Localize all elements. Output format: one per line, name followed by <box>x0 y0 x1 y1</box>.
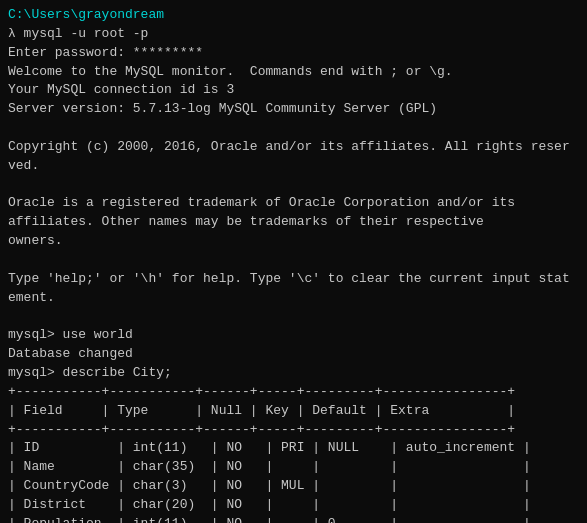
password-line: Enter password: ********* <box>8 44 579 63</box>
welcome-line: Welcome to the MySQL monitor. Commands e… <box>8 63 579 82</box>
table-separator-top: +-----------+-----------+------+-----+--… <box>8 383 579 402</box>
version-line: Server version: 5.7.13-log MySQL Communi… <box>8 100 579 119</box>
table-row-name: | Name | char(35) | NO | | | | <box>8 458 579 477</box>
oracle2-line: affiliates. Other names may be trademark… <box>8 213 579 232</box>
blank2 <box>8 176 579 195</box>
use-world-line: mysql> use world <box>8 326 579 345</box>
oracle1-line: Oracle is a registered trademark of Orac… <box>8 194 579 213</box>
blank1 <box>8 119 579 138</box>
help1-line: Type 'help;' or '\h' for help. Type '\c'… <box>8 270 579 289</box>
table-row-population: | Population | int(11) | NO | | 0 | | <box>8 515 579 523</box>
mysql-command: λ mysql -u root -p <box>8 25 579 44</box>
terminal: C:\Users\grayondream λ mysql -u root -p … <box>0 0 587 523</box>
table-header: | Field | Type | Null | Key | Default | … <box>8 402 579 421</box>
table-separator-header: +-----------+-----------+------+-----+--… <box>8 421 579 440</box>
describe-line: mysql> describe City; <box>8 364 579 383</box>
table-row-district: | District | char(20) | NO | | | | <box>8 496 579 515</box>
blank3 <box>8 251 579 270</box>
help2-line: ement. <box>8 289 579 308</box>
copyright1-line: Copyright (c) 2000, 2016, Oracle and/or … <box>8 138 579 157</box>
copyright2-line: ved. <box>8 157 579 176</box>
connection-line: Your MySQL connection id is 3 <box>8 81 579 100</box>
oracle3-line: owners. <box>8 232 579 251</box>
table-row-id: | ID | int(11) | NO | PRI | NULL | auto_… <box>8 439 579 458</box>
db-changed-line: Database changed <box>8 345 579 364</box>
current-path: C:\Users\grayondream <box>8 6 579 25</box>
table-row-countrycode: | CountryCode | char(3) | NO | MUL | | | <box>8 477 579 496</box>
blank4 <box>8 308 579 327</box>
